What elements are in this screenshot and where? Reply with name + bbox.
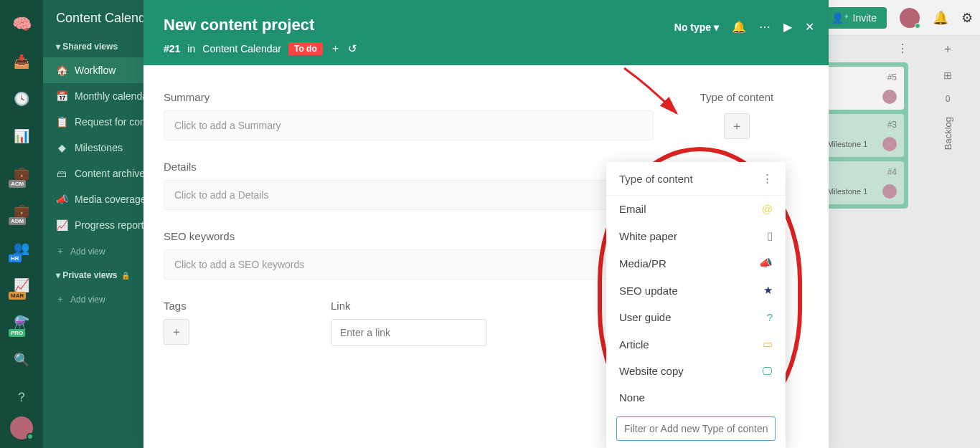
card-id: #21 bbox=[164, 43, 180, 54]
dropdown-option[interactable]: SEO update★ bbox=[606, 277, 786, 304]
details-label: Details bbox=[164, 161, 654, 173]
summary-input[interactable]: Click to add a Summary bbox=[164, 110, 654, 140]
play-icon[interactable]: ▶ bbox=[783, 20, 792, 34]
tags-label: Tags bbox=[164, 300, 319, 312]
add-icon[interactable]: ＋ bbox=[330, 42, 341, 55]
dropdown-option[interactable]: User guide? bbox=[606, 304, 786, 330]
status-badge[interactable]: To do bbox=[288, 42, 323, 55]
type-of-content-label: Type of content bbox=[665, 91, 809, 103]
add-type-button[interactable]: ＋ bbox=[724, 113, 750, 139]
dropdown-option[interactable]: Email@ bbox=[606, 196, 786, 222]
add-tags-button[interactable]: ＋ bbox=[164, 319, 189, 345]
dropdown-option[interactable]: Media/PR📣 bbox=[606, 249, 786, 277]
summary-label: Summary bbox=[164, 91, 654, 103]
link-input[interactable] bbox=[331, 319, 486, 346]
dropdown-title: Type of content bbox=[619, 173, 693, 185]
modal-header: New content project #21 in Content Calen… bbox=[143, 0, 829, 65]
dropdown-filter-input[interactable] bbox=[616, 416, 776, 441]
no-type-dropdown[interactable]: No type ▾ bbox=[674, 22, 719, 33]
close-icon[interactable]: ✕ bbox=[805, 20, 814, 34]
type-of-content-dropdown: Type of content ⋮ Email@White paper▯Medi… bbox=[606, 162, 786, 448]
bell-icon[interactable]: 🔔 bbox=[732, 20, 746, 34]
seo-input[interactable]: Click to add a SEO keywords bbox=[164, 249, 654, 280]
project-link[interactable]: Content Calendar bbox=[202, 43, 281, 54]
dropdown-menu-icon[interactable]: ⋮ bbox=[762, 172, 773, 185]
history-icon[interactable]: ↺ bbox=[348, 42, 357, 55]
link-label: Link bbox=[331, 300, 486, 312]
dropdown-option[interactable]: None bbox=[606, 384, 786, 411]
dropdown-option[interactable]: Article▭ bbox=[606, 330, 786, 358]
dropdown-option[interactable]: Website copy🖵 bbox=[606, 358, 786, 384]
seo-label: SEO keywords bbox=[164, 230, 654, 242]
dropdown-option[interactable]: White paper▯ bbox=[606, 222, 786, 249]
more-icon[interactable]: ⋯ bbox=[759, 20, 771, 34]
details-input[interactable]: Click to add a Details bbox=[164, 180, 654, 210]
